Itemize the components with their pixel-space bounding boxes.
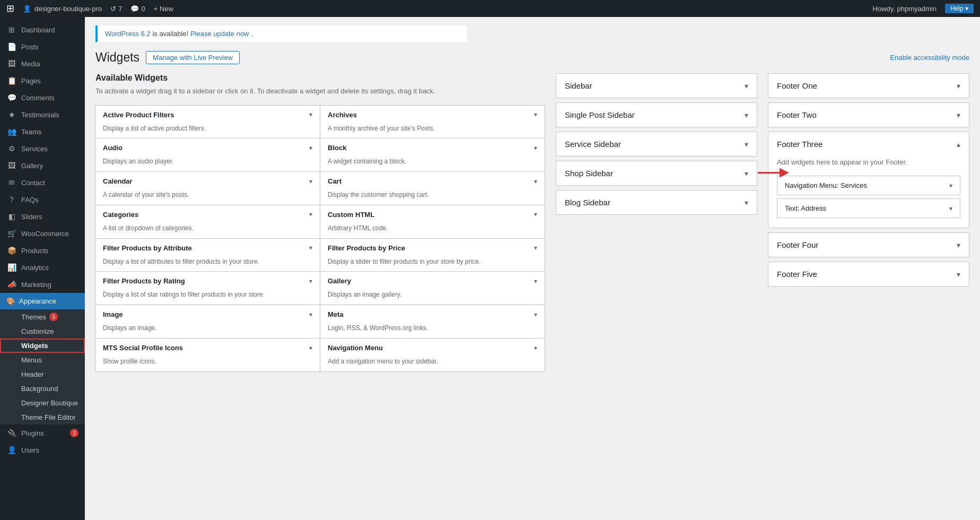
comments-item[interactable]: 💬 0 [130, 5, 145, 13]
sidebar-item-media[interactable]: 🖼 Media [0, 55, 85, 72]
wp-logo[interactable]: ⊞ [6, 3, 14, 14]
chevron-down-icon[interactable]: ▾ [949, 205, 952, 212]
sidebar-item-products[interactable]: 📦 Products [0, 242, 85, 259]
widget-item: Custom HTML ▾ Arbitrary HTML code. [320, 205, 545, 239]
footer-area-one: Footer One ▾ [768, 73, 969, 98]
plugins-icon: 🔌 [6, 429, 17, 437]
widget-header-image[interactable]: Image ▾ [95, 305, 320, 324]
widget-item: Cart ▾ Display the customer shopping car… [320, 171, 545, 205]
sidebar-item-woocommerce[interactable]: 🛒 WooCommerce [0, 225, 85, 242]
widget-header-mts-social[interactable]: MTS Social Profile Icons ▾ [95, 339, 320, 357]
footer-header-two[interactable]: Footer Two ▾ [768, 103, 969, 127]
comments-sidebar-icon: 💬 [6, 93, 17, 102]
submenu-menus[interactable]: Menus [0, 353, 85, 367]
submenu-designer-boutique[interactable]: Designer Boutique [0, 396, 85, 410]
submenu-widgets[interactable]: Widgets [0, 339, 85, 353]
dashboard-icon: ⊞ [6, 25, 17, 34]
widget-header-cart[interactable]: Cart ▾ [320, 172, 545, 190]
chevron-down-icon: ▾ [745, 198, 748, 207]
two-col-layout: Sidebar ▾ Single Post Sidebar ▾ [556, 73, 969, 291]
sidebar-area-header-service[interactable]: Service Sidebar ▾ [556, 132, 757, 156]
sidebar-item-comments[interactable]: 💬 Comments [0, 89, 85, 106]
sidebar-item-teams[interactable]: 👥 Teams [0, 123, 85, 140]
chevron-down-icon[interactable]: ▾ [949, 182, 952, 189]
widget-desc: Add a navigation menu to your sidebar. [320, 357, 545, 371]
chevron-down-icon: ▾ [309, 111, 312, 118]
widget-header-navigation-menu[interactable]: Navigation Menu ▾ [320, 339, 545, 357]
submenu-theme-file-editor[interactable]: Theme File Editor [0, 410, 85, 424]
footer-header-one[interactable]: Footer One ▾ [768, 74, 969, 98]
widget-header-block[interactable]: Block ▾ [320, 138, 545, 157]
sidebar-item-services[interactable]: ⚙ Services [0, 140, 85, 157]
sidebar-item-pages[interactable]: 📋 Pages [0, 72, 85, 89]
widget-header-categories[interactable]: Categories ▾ [95, 205, 320, 224]
admin-sidebar: ⊞ Dashboard 📄 Posts 🖼 Media 📋 Pages 💬 Co… [0, 17, 85, 520]
widget-header-archives[interactable]: Archives ▾ [320, 106, 545, 124]
themes-badge: 3 [49, 313, 58, 321]
revisions-item[interactable]: ↺ 7 [110, 5, 122, 13]
sidebar-item-analytics[interactable]: 📊 Analytics [0, 259, 85, 276]
sidebar-area-header-shop[interactable]: Shop Sidebar ▾ [556, 161, 757, 185]
widget-header-meta[interactable]: Meta ▾ [320, 305, 545, 324]
sidebar-item-gallery[interactable]: 🖼 Gallery [0, 157, 85, 174]
enable-accessibility-link[interactable]: Enable accessibility mode [890, 54, 969, 62]
sidebar-item-appearance[interactable]: 🎨 Appearance [0, 293, 85, 309]
sidebar-area-blog: Blog Sidebar ▾ [556, 190, 757, 215]
comments-icon: 💬 [130, 5, 139, 13]
sidebar-area-header-sidebar[interactable]: Sidebar ▾ [556, 74, 757, 98]
widget-header-calendar[interactable]: Calendar ▾ [95, 172, 320, 190]
widget-header-filter-products-attribute[interactable]: Filter Products by Attribute ▾ [95, 239, 320, 257]
footer-header-five[interactable]: Footer Five ▾ [768, 262, 969, 286]
chevron-down-icon: ▾ [534, 111, 537, 118]
sidebar-item-marketing[interactable]: 📣 Marketing [0, 276, 85, 293]
sidebar-item-users[interactable]: 👤 Users [0, 441, 85, 458]
sidebar-area-header-blog[interactable]: Blog Sidebar ▾ [556, 190, 757, 214]
gallery-icon: 🖼 [6, 161, 17, 170]
site-name[interactable]: 👤 designer-boutique-pro [23, 5, 102, 13]
plugins-badge: 3 [70, 429, 78, 437]
sidebar-item-faqs[interactable]: ? FAQs [0, 191, 85, 208]
wp-version-link[interactable]: WordPress 6.2 [105, 30, 151, 38]
update-now-link[interactable]: Please update now [190, 30, 249, 38]
widget-desc: Display a slider to filter products in y… [320, 257, 545, 272]
sidebars-footers-wrapper: Sidebar ▾ Single Post Sidebar ▾ [556, 73, 969, 371]
contact-icon: ✉ [6, 178, 17, 187]
sidebar-item-plugins[interactable]: 🔌 Plugins 3 [0, 424, 85, 441]
submenu-customize[interactable]: Customize [0, 324, 85, 339]
live-preview-button[interactable]: Manage with Live Preview [146, 51, 240, 64]
widget-item: Block ▾ A widget containing a block. [320, 138, 545, 172]
footer-header-four[interactable]: Footer Four ▾ [768, 233, 969, 257]
sidebar-item-posts[interactable]: 📄 Posts [0, 38, 85, 55]
sidebar-area-header-single-post[interactable]: Single Post Sidebar ▾ [556, 103, 757, 127]
chevron-down-icon: ▾ [745, 169, 748, 178]
faqs-icon: ? [6, 195, 17, 204]
new-item[interactable]: + New [154, 5, 173, 13]
sidebar-item-dashboard[interactable]: ⊞ Dashboard [0, 21, 85, 38]
sidebar-item-testimonials[interactable]: ★ Testimonials [0, 106, 85, 123]
widget-instance-text-address: Text: Address ▾ [777, 198, 960, 218]
help-button[interactable]: Help ▾ [945, 4, 974, 13]
widget-header-audio[interactable]: Audio ▾ [95, 138, 320, 157]
widget-desc: Displays an audio player. [95, 157, 320, 171]
widget-header-filter-products-rating[interactable]: Filter Products by Rating ▾ [95, 272, 320, 290]
submenu-background[interactable]: Background [0, 382, 85, 396]
sidebar-item-sliders[interactable]: ◧ Sliders [0, 208, 85, 225]
products-icon: 📦 [6, 246, 17, 255]
media-icon: 🖼 [6, 59, 17, 68]
widget-item: Audio ▾ Displays an audio player. [95, 138, 320, 172]
chevron-down-icon: ▾ [957, 82, 960, 90]
submenu-themes[interactable]: Themes 3 [0, 309, 85, 324]
widget-item: Archives ▾ A monthly archive of your sit… [320, 105, 545, 139]
widget-desc: Show profile icons. [95, 357, 320, 371]
chevron-down-icon: ▾ [309, 278, 312, 285]
page-title: Widgets [95, 50, 139, 65]
widget-header-filter-products-price[interactable]: Filter Products by Price ▾ [320, 239, 545, 257]
widget-header-custom-html[interactable]: Custom HTML ▾ [320, 205, 545, 224]
submenu-header[interactable]: Header [0, 367, 85, 382]
widget-header-active-product-filters[interactable]: Active Product Filters ▾ [95, 106, 320, 124]
sidebar-item-contact[interactable]: ✉ Contact [0, 174, 85, 191]
footer-area-four: Footer Four ▾ [768, 232, 969, 257]
widget-item: Image ▾ Displays an image. [95, 305, 320, 339]
widget-header-gallery[interactable]: Gallery ▾ [320, 272, 545, 290]
footer-header-three[interactable]: Footer Three ▴ [768, 132, 969, 156]
